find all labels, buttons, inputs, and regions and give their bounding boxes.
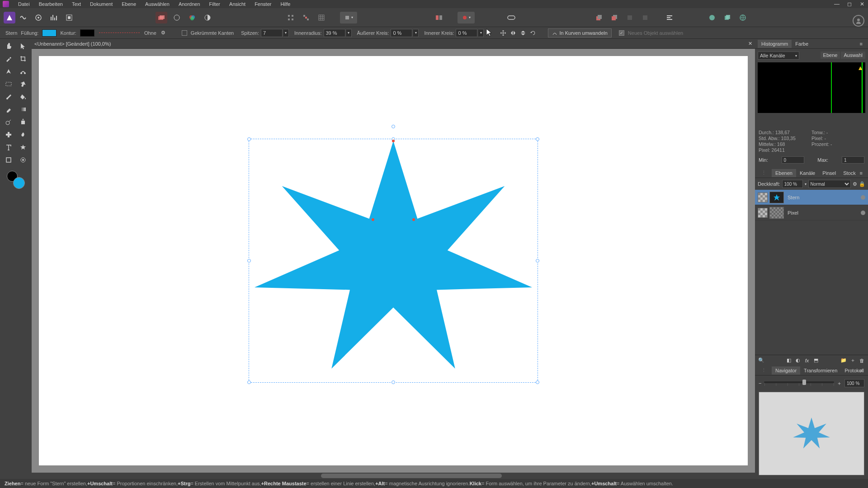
window-close-icon[interactable]: ✕	[859, 1, 865, 7]
order-back-icon[interactable]	[593, 12, 605, 23]
hist-selection-button[interactable]: Auswahl	[841, 52, 865, 59]
transform-flip-v-icon[interactable]	[518, 28, 528, 38]
star-tool-icon[interactable]	[17, 142, 29, 153]
inner-radius-input[interactable]	[324, 29, 345, 37]
stroke-swatch[interactable]	[80, 29, 94, 37]
add-layer-icon[interactable]	[706, 12, 718, 23]
layer-adjust-icon[interactable]: ◐	[793, 357, 802, 365]
layer-delete-icon[interactable]: 🗑	[857, 357, 866, 365]
menu-dokument[interactable]: Dokument	[85, 0, 117, 8]
layer-search-icon[interactable]: 🔍	[757, 357, 766, 365]
pen-tool-icon[interactable]	[2, 66, 15, 77]
zoom-slider[interactable]	[764, 381, 834, 383]
selection-rect-tool-icon[interactable]	[2, 79, 15, 89]
export-persona-icon[interactable]	[63, 12, 75, 23]
snap-dropdown-icon[interactable]: ▾	[458, 12, 475, 23]
layer-row-pixel[interactable]: Pixel	[755, 205, 868, 221]
opacity-input[interactable]	[782, 180, 803, 188]
tab-farbe[interactable]: Farbe	[792, 40, 812, 48]
nav-menu-icon[interactable]: ≡	[856, 366, 866, 375]
navigator-preview[interactable]	[759, 392, 864, 475]
menu-bearbeiten[interactable]: Bearbeiten	[34, 0, 67, 8]
layer-lock-icon[interactable]: 🔒	[859, 181, 865, 187]
layer-fx2-icon[interactable]: fx	[802, 357, 811, 365]
tab-navigator[interactable]: Navigator	[772, 366, 800, 375]
tab-ebenen[interactable]: Ebenen	[772, 169, 796, 177]
hand-tool-icon[interactable]	[2, 41, 15, 52]
menu-ebene[interactable]: Ebene	[117, 0, 141, 8]
layer-fx-icon[interactable]: ⚙	[853, 181, 857, 187]
panel-drag-icon[interactable]: ⋮	[758, 169, 770, 177]
account-icon[interactable]	[853, 15, 864, 27]
blend-mode-select[interactable]: Normal	[808, 180, 851, 188]
auto-colors-icon[interactable]	[186, 12, 198, 23]
menu-filter[interactable]: Filter	[205, 0, 225, 8]
align-icon[interactable]	[664, 12, 675, 23]
menu-hilfe[interactable]: Hilfe	[276, 0, 295, 8]
color-picker-tool-icon[interactable]	[2, 53, 15, 64]
inner-circle-dropdown[interactable]: ▾	[478, 29, 484, 37]
handle-rotate[interactable]	[392, 125, 395, 128]
fill-swatch[interactable]	[42, 29, 57, 37]
nav-drag-icon[interactable]: ⋮	[758, 366, 770, 375]
clone-tool-icon[interactable]	[17, 117, 29, 127]
zoom-slider-thumb[interactable]	[802, 380, 806, 385]
zoom-input[interactable]	[844, 379, 864, 387]
outer-circle-dropdown[interactable]: ▾	[413, 29, 419, 37]
color-swatches[interactable]	[7, 171, 25, 189]
opacity-dropdown[interactable]: ▾	[805, 182, 807, 186]
healing-tool-icon[interactable]	[2, 129, 15, 140]
layers-menu-icon[interactable]: ≡	[856, 169, 866, 177]
smudge-tool-icon[interactable]	[17, 129, 29, 140]
fill-tool-icon[interactable]	[17, 91, 29, 102]
outer-circle-input[interactable]	[391, 29, 412, 37]
auto-contrast-icon[interactable]	[202, 12, 213, 23]
grid-center-icon[interactable]	[300, 12, 312, 23]
inner-radius-dropdown[interactable]: ▾	[346, 29, 352, 37]
horizontal-scrollbar[interactable]	[32, 473, 755, 479]
develop-persona-icon[interactable]	[33, 12, 44, 23]
hist-min-input[interactable]	[782, 156, 804, 164]
zoom-out-button[interactable]: −	[759, 380, 761, 386]
layer-row-stern[interactable]: Stern	[755, 190, 868, 205]
hist-layer-button[interactable]: Ebene	[821, 52, 840, 59]
layer-add-icon[interactable]: ＋	[848, 357, 857, 365]
brush-tool-icon[interactable]	[2, 91, 15, 102]
photo-persona-icon[interactable]	[4, 12, 15, 23]
tab-pinsel[interactable]: Pinsel	[819, 169, 840, 177]
order-front-icon[interactable]	[609, 12, 620, 23]
front-color-circle[interactable]	[13, 177, 25, 189]
global-icon[interactable]	[737, 12, 749, 23]
grid-small-icon[interactable]	[285, 12, 297, 23]
layer-visibility2-icon[interactable]	[861, 211, 865, 215]
shape-tool-icon[interactable]	[2, 155, 15, 165]
gradient-tool-icon[interactable]	[17, 104, 29, 115]
layer-name-stern[interactable]: Stern	[788, 195, 799, 200]
inner-circle-input[interactable]	[456, 29, 477, 37]
convert-curves-button[interactable]: In Kurven umwandeln	[548, 28, 611, 38]
flood-select-tool-icon[interactable]	[17, 79, 29, 89]
layer-name-pixel[interactable]: Pixel	[788, 210, 798, 216]
layer-group-icon[interactable]: 📁	[839, 357, 848, 365]
mesh-tool-icon[interactable]	[17, 155, 29, 165]
grid-large-icon[interactable]	[316, 12, 327, 23]
new-object-checkbox[interactable]: ✓	[619, 30, 624, 36]
menu-fenster[interactable]: Fenster	[250, 0, 276, 8]
hist-max-input[interactable]	[842, 156, 864, 164]
auto-levels-icon[interactable]	[171, 12, 183, 23]
tab-kanaele[interactable]: Kanäle	[796, 169, 819, 177]
points-dropdown[interactable]: ▾	[283, 29, 289, 37]
node-tool-icon[interactable]	[17, 66, 29, 77]
scroll-thumb[interactable]	[321, 474, 502, 478]
points-input[interactable]	[261, 29, 283, 37]
tone-map-persona-icon[interactable]	[48, 12, 60, 23]
menu-anordnen[interactable]: Anordnen	[174, 0, 205, 8]
document-tab-close-icon[interactable]: ✕	[748, 41, 752, 47]
document-tab-label[interactable]: <Unbenannt> [Geändert] (100,0%)	[34, 41, 111, 47]
stroke-settings-icon[interactable]: ⚙	[158, 28, 168, 38]
transform-flip-h-icon[interactable]	[508, 28, 518, 38]
curved-edges-checkbox[interactable]	[182, 30, 187, 36]
crop-tool-icon[interactable]	[17, 53, 29, 64]
layer-mask-icon[interactable]: ◧	[784, 357, 793, 365]
move-tool-icon[interactable]	[17, 41, 29, 52]
